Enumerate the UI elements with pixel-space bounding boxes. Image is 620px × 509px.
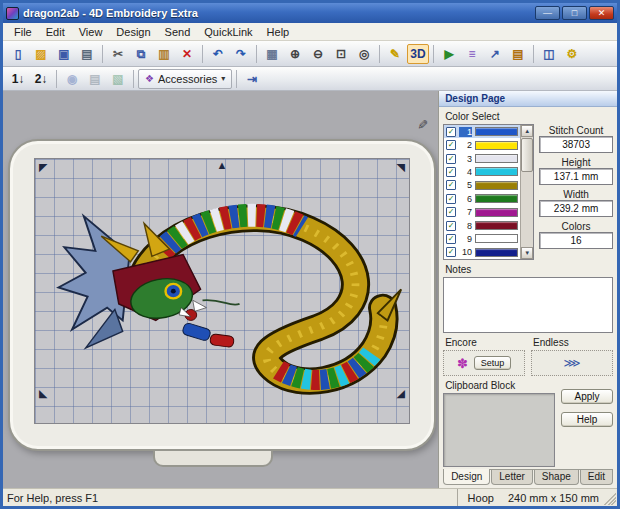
print-icon[interactable]: ▤	[76, 44, 98, 64]
color-row[interactable]: ✓ 5	[444, 179, 520, 192]
color-visible-checkbox[interactable]: ✓	[446, 234, 456, 244]
color-row[interactable]: ✓ 2	[444, 138, 520, 151]
color-row[interactable]: ✓ 4	[444, 165, 520, 178]
color-number: 7	[459, 207, 472, 217]
main-toolbar: ▯▨▣▤✂⧉▥✕↶↷▦⊕⊖⊡◎✎3D▶≡↗▤◫⚙	[3, 41, 617, 67]
measure-icon[interactable]: ✎	[384, 44, 406, 64]
maximize-button[interactable]: □	[562, 6, 587, 20]
undo-icon[interactable]: ↶	[207, 44, 229, 64]
color-visible-checkbox[interactable]: ✓	[446, 154, 456, 164]
color-visible-checkbox[interactable]: ✓	[446, 221, 456, 231]
zoom-area-icon[interactable]: ⊡	[330, 44, 352, 64]
color-swatch[interactable]	[475, 141, 518, 150]
color-visible-checkbox[interactable]: ✓	[446, 194, 456, 204]
dragon-design[interactable]	[37, 163, 407, 401]
color-visible-checkbox[interactable]: ✓	[446, 140, 456, 150]
color-sort-icon[interactable]: ≡	[461, 44, 483, 64]
design-player-icon[interactable]: ▶	[438, 44, 460, 64]
resize-grip[interactable]	[604, 493, 616, 505]
send-to-machine-icon[interactable]: ⇥	[241, 69, 263, 89]
encore-icon[interactable]: ✽	[457, 356, 468, 371]
color-row[interactable]: ✓ 3	[444, 152, 520, 165]
menu-view[interactable]: View	[72, 25, 110, 39]
design-notes-icon[interactable]: ▤	[507, 44, 529, 64]
new-document-icon[interactable]: ▯	[7, 44, 29, 64]
color-row[interactable]: ✓ 6	[444, 192, 520, 205]
panel-tab-bar: Design Letter Shape Edit	[443, 469, 613, 486]
help-button[interactable]: Help	[561, 412, 613, 427]
color-row[interactable]: ✓ 10	[444, 246, 520, 259]
menu-design[interactable]: Design	[109, 25, 157, 39]
print-preview-icon[interactable]: ▤	[84, 69, 106, 89]
3d-view-button[interactable]: 3D	[407, 44, 429, 64]
zoom-in-icon[interactable]: ⊕	[284, 44, 306, 64]
scroll-down-icon[interactable]: ▼	[521, 247, 533, 259]
tab-design[interactable]: Design	[443, 469, 490, 485]
toolbar-separator	[133, 70, 134, 88]
color-list-scrollbar[interactable]: ▲ ▼	[520, 125, 533, 259]
menu-help[interactable]: Help	[260, 25, 297, 39]
cut-icon[interactable]: ✂	[107, 44, 129, 64]
notes-input[interactable]	[443, 277, 613, 333]
seam-tool-icon[interactable]: ✎	[415, 119, 430, 130]
scrollbar-track[interactable]	[521, 137, 533, 247]
color-select-list: ✓ 1 ✓ 2 ✓ 3	[443, 124, 534, 260]
hoop-grid-area[interactable]: ◤ ◥ ◣ ◢ ▲	[34, 158, 410, 424]
configure-icon[interactable]: ⚙	[561, 44, 583, 64]
color-swatch[interactable]	[475, 154, 518, 163]
hoop-status-label: Hoop	[468, 492, 494, 504]
color-swatch[interactable]	[475, 194, 518, 203]
color-visible-checkbox[interactable]: ✓	[446, 167, 456, 177]
design-properties-icon[interactable]: ◫	[538, 44, 560, 64]
apply-button[interactable]: Apply	[561, 389, 613, 404]
color-row[interactable]: ✓ 7	[444, 205, 520, 218]
menu-send[interactable]: Send	[158, 25, 198, 39]
color-swatch[interactable]	[475, 248, 518, 257]
color-swatch[interactable]	[475, 221, 518, 230]
color-swatch[interactable]	[475, 181, 518, 190]
delete-icon[interactable]: ✕	[176, 44, 198, 64]
color-visible-checkbox[interactable]: ✓	[446, 207, 456, 217]
color-change-2-icon[interactable]: 2↓	[30, 69, 52, 89]
color-swatch[interactable]	[475, 167, 518, 176]
color-row[interactable]: ✓ 9	[444, 232, 520, 245]
grid-icon[interactable]: ▦	[261, 44, 283, 64]
scroll-up-icon[interactable]: ▲	[521, 125, 533, 137]
copy-icon[interactable]: ⧉	[130, 44, 152, 64]
paste-icon[interactable]: ▥	[153, 44, 175, 64]
endless-icon[interactable]: ⋙	[563, 356, 580, 370]
color-change-1-icon[interactable]: 1↓	[7, 69, 29, 89]
accessories-icon: ❖	[145, 73, 154, 84]
open-folder-icon[interactable]: ▨	[30, 44, 52, 64]
tab-edit[interactable]: Edit	[580, 470, 613, 485]
scrollbar-thumb[interactable]	[521, 138, 533, 172]
design-canvas[interactable]: ✎	[3, 91, 438, 488]
clipboard-block-label: Clipboard Block	[445, 380, 555, 391]
color-swatch[interactable]	[475, 127, 518, 136]
color-swatch[interactable]	[475, 208, 518, 217]
close-button[interactable]: ✕	[589, 6, 614, 20]
tab-letter[interactable]: Letter	[491, 470, 533, 485]
zoom-out-icon[interactable]: ⊖	[307, 44, 329, 64]
save-icon[interactable]: ▣	[53, 44, 75, 64]
menu-file[interactable]: File	[7, 25, 39, 39]
menu-quicklink[interactable]: QuickLink	[197, 25, 259, 39]
color-row[interactable]: ✓ 8	[444, 219, 520, 232]
life-view-icon[interactable]: ◉	[61, 69, 83, 89]
background-icon[interactable]: ▧	[107, 69, 129, 89]
color-visible-checkbox[interactable]: ✓	[446, 127, 456, 137]
design-stats: Stitch Count 38703 Height 137.1 mm Width…	[539, 124, 613, 260]
export-icon[interactable]: ↗	[484, 44, 506, 64]
menu-edit[interactable]: Edit	[39, 25, 72, 39]
redo-icon[interactable]: ↷	[230, 44, 252, 64]
color-visible-checkbox[interactable]: ✓	[446, 180, 456, 190]
accessories-dropdown[interactable]: ❖ Accessories ▾	[138, 69, 232, 89]
tab-shape[interactable]: Shape	[534, 470, 579, 485]
overview-icon[interactable]: ◎	[353, 44, 375, 64]
minimize-button[interactable]: —	[535, 6, 560, 20]
color-swatch[interactable]	[475, 234, 518, 243]
secondary-toolbar: 1↓2↓◉▤▧ ❖ Accessories ▾ ⇥	[3, 67, 617, 91]
color-row[interactable]: ✓ 1	[444, 125, 520, 138]
color-visible-checkbox[interactable]: ✓	[446, 247, 456, 257]
setup-button[interactable]: Setup	[474, 356, 512, 370]
